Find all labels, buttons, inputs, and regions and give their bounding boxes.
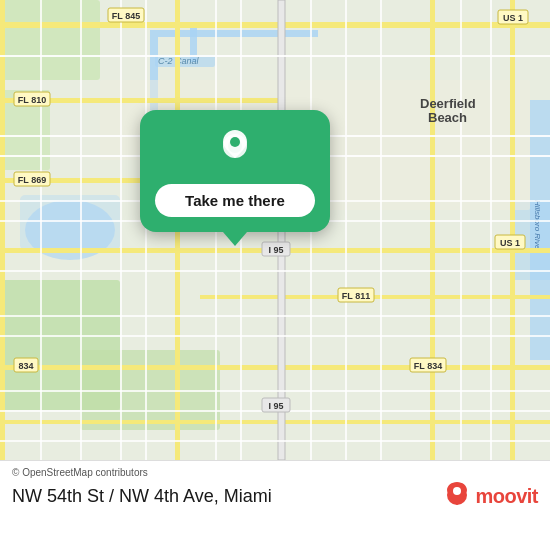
svg-rect-48 — [380, 0, 382, 460]
bottom-bar: © OpenStreetMap contributors NW 54th St … — [0, 460, 550, 550]
svg-rect-23 — [0, 420, 550, 424]
svg-rect-40 — [40, 0, 42, 460]
svg-point-75 — [230, 137, 240, 147]
moovit-brand-text: moovit — [475, 485, 538, 508]
moovit-logo: moovit — [443, 482, 538, 510]
moovit-pin-icon — [443, 482, 471, 510]
svg-text:I 95: I 95 — [268, 401, 283, 411]
svg-rect-36 — [0, 335, 550, 337]
location-pin-icon — [213, 130, 257, 174]
svg-text:FL 810: FL 810 — [18, 95, 46, 105]
svg-rect-9 — [0, 0, 100, 80]
svg-text:Deerfield: Deerfield — [420, 96, 476, 111]
svg-rect-34 — [0, 270, 550, 272]
svg-rect-47 — [345, 0, 347, 460]
svg-rect-37 — [0, 390, 550, 392]
map: C-2 Canal Hillsboro River — [0, 0, 550, 460]
svg-rect-13 — [20, 195, 120, 250]
svg-rect-43 — [145, 0, 147, 460]
svg-rect-41 — [80, 0, 82, 460]
svg-rect-35 — [0, 315, 550, 317]
svg-text:US 1: US 1 — [503, 13, 523, 23]
svg-rect-49 — [460, 0, 462, 460]
svg-rect-16 — [300, 80, 530, 210]
svg-rect-22 — [0, 365, 550, 370]
svg-text:FL 834: FL 834 — [414, 361, 442, 371]
svg-rect-2 — [158, 30, 318, 37]
osm-attribution: © OpenStreetMap contributors — [12, 467, 538, 478]
svg-rect-39 — [0, 440, 550, 442]
take-me-there-button[interactable]: Take me there — [155, 184, 315, 217]
svg-rect-42 — [120, 0, 122, 460]
location-label: NW 54th St / NW 4th Ave, Miami — [12, 486, 272, 507]
svg-text:Beach: Beach — [428, 110, 467, 125]
svg-rect-17 — [0, 22, 550, 28]
svg-text:FL 869: FL 869 — [18, 175, 46, 185]
svg-rect-29 — [0, 55, 550, 57]
svg-text:834: 834 — [18, 361, 33, 371]
location-popup: Take me there — [140, 110, 330, 232]
svg-text:Hillsboro River: Hillsboro River — [533, 200, 542, 252]
svg-rect-50 — [490, 0, 492, 460]
svg-text:FL 811: FL 811 — [342, 291, 370, 301]
svg-text:FL 845: FL 845 — [112, 11, 140, 21]
svg-point-77 — [453, 487, 461, 495]
svg-text:I 95: I 95 — [268, 245, 283, 255]
svg-rect-21 — [200, 295, 550, 299]
svg-text:US 1: US 1 — [500, 238, 520, 248]
